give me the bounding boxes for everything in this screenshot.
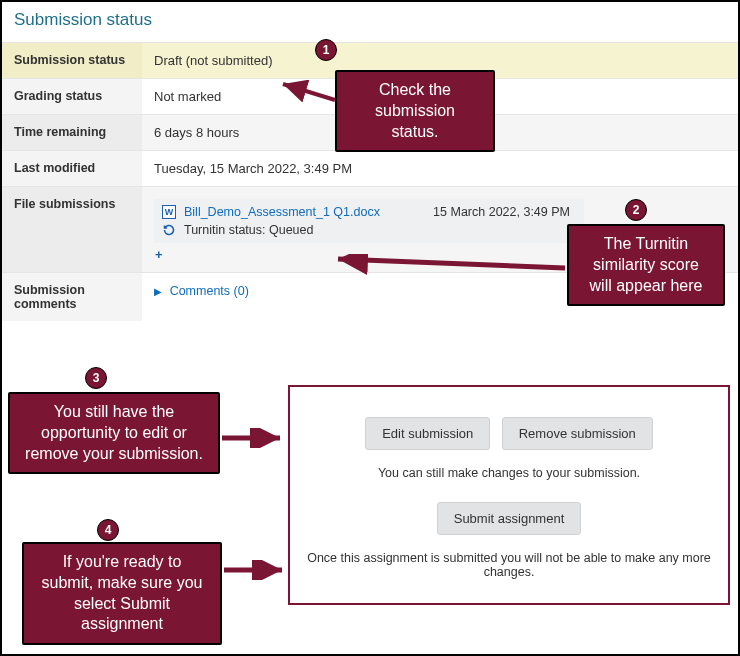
arrow-3 [220,428,286,448]
comments-link[interactable]: Comments (0) [170,284,249,298]
arrow-4 [222,560,288,580]
row-label-file-submissions: File submissions [2,187,142,273]
action-panel: Edit submission Remove submission You ca… [288,385,730,605]
badge-2: 2 [625,199,647,221]
row-label-submission-comments: Submission comments [2,273,142,322]
row-value-last-modified: Tuesday, 15 March 2022, 3:49 PM [142,151,738,187]
row-label-grading-status: Grading status [2,79,142,115]
remove-submission-button[interactable]: Remove submission [502,417,653,450]
row-label-submission-status: Submission status [2,43,142,79]
edit-note: You can still make changes to your submi… [306,466,712,480]
callout-3: You still have the opportunity to edit o… [8,392,220,474]
callout-1: Check the submission status. [335,70,495,152]
row-label-last-modified: Last modified [2,151,142,187]
submit-assignment-button[interactable]: Submit assignment [437,502,582,535]
refresh-icon[interactable] [162,223,176,237]
file-block: W Bill_Demo_Assessment_1 Q1.docx 15 Marc… [154,199,584,243]
callout-2: The Turnitin similarity score will appea… [567,224,725,306]
page-title: Submission status [2,2,738,42]
badge-3: 3 [85,367,107,389]
callout-4: If you're ready to submit, make sure you… [22,542,222,645]
expand-caret-icon[interactable]: ▶ [154,286,162,297]
submit-note: Once this assignment is submitted you wi… [306,551,712,579]
file-date: 15 March 2022, 3:49 PM [433,205,576,219]
file-link[interactable]: Bill_Demo_Assessment_1 Q1.docx [184,205,380,219]
edit-submission-button[interactable]: Edit submission [365,417,490,450]
badge-4: 4 [97,519,119,541]
word-file-icon: W [162,205,176,219]
badge-1: 1 [315,39,337,61]
turnitin-status: Turnitin status: Queued [184,223,313,237]
row-label-time-remaining: Time remaining [2,115,142,151]
